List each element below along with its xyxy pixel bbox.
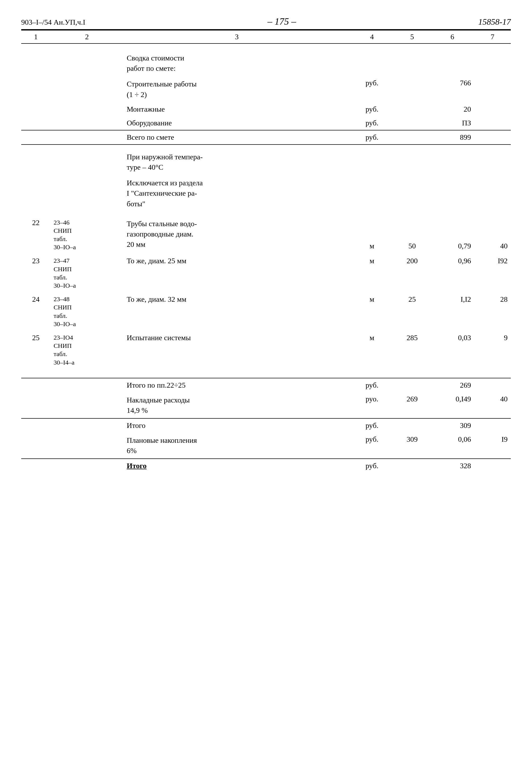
vsego-unit: руб. [350, 131, 394, 144]
row23-unit: м [350, 254, 394, 292]
row23-num: 23 [21, 254, 50, 292]
itogo-pp-unit: руб. [350, 379, 394, 392]
stroitelnye-label: Строительные работы(1 ÷ 2) [123, 76, 350, 102]
row24-qty: 25 [394, 292, 430, 331]
nakladnye-base: 269 [394, 392, 430, 418]
data-row-22: 22 23–46СНИПтабл.30–IO–а Трубы стальные … [21, 216, 511, 254]
itogo-final-row: Итого руб. 328 [21, 459, 511, 473]
data-row-23: 23 23–47СНИПтабл.30–IO–а То же, диам. 25… [21, 254, 511, 292]
row23-desc: То же, диам. 25 мм [123, 254, 350, 292]
header-right: 15858-17 [478, 17, 511, 27]
col-header-6: 6 [430, 30, 474, 44]
row24-ref: 23–48СНИПтабл.30–IO–а [50, 292, 123, 331]
row22-unit: м [350, 216, 394, 254]
pri-naruzhnoy-text: При наружной темпера-туре – 40°С [123, 149, 350, 175]
row25-desc: Испытание системы [123, 331, 350, 369]
col-header-2: 2 [50, 30, 123, 44]
oborudovanie-row: Оборудование руб. ПЗ [21, 116, 511, 130]
oborudovanie-label: Оборудование [123, 116, 350, 130]
nakladnye-label: Накладные расходы14,9 % [123, 392, 350, 418]
row25-qty: 285 [394, 331, 430, 369]
col-header-5: 5 [394, 30, 430, 44]
row22-qty: 50 [394, 216, 430, 254]
stroitelnye-value: 766 [430, 76, 474, 102]
row25-unit: м [350, 331, 394, 369]
itogo2-label: Итого [123, 419, 350, 432]
itogo-final-unit: руб. [350, 459, 394, 473]
montazhnye-label: Монтажные [123, 102, 350, 116]
row22-num: 22 [21, 216, 50, 254]
row24-unit: м [350, 292, 394, 331]
spacer-row-1 [21, 44, 511, 50]
col-header-4: 4 [350, 30, 394, 44]
nakladnye-row: Накладные расходы14,9 % руо. 269 0,I49 4… [21, 392, 511, 418]
row25-total: 9 [474, 331, 511, 369]
planovye-rate: 0,06 [430, 432, 474, 459]
row25-ref: 23–IO4СНИПтабл.30–I4–а [50, 331, 123, 369]
row24-num: 24 [21, 292, 50, 331]
planovye-label: Плановые накопления6% [123, 432, 350, 459]
spacer-bottom [21, 473, 511, 483]
column-header-row: 1 2 3 4 5 6 7 [21, 30, 511, 44]
row23-price: 0,96 [430, 254, 474, 292]
data-row-24: 24 23–48СНИПтабл.30–IO–а То же, диам. 32… [21, 292, 511, 331]
itogo2-unit: руб. [350, 419, 394, 432]
nakladnye-rate: 0,I49 [430, 392, 474, 418]
itogo2-value: 309 [430, 419, 474, 432]
itogo-pp-label: Итого по пп.22÷25 [123, 379, 350, 392]
itogo-final-label: Итого [123, 459, 350, 473]
itogo-final-value: 328 [430, 459, 474, 473]
row24-price: I,I2 [430, 292, 474, 331]
planovye-base: 309 [394, 432, 430, 459]
row23-ref: 23–47СНИПтабл.30–IO–а [50, 254, 123, 292]
main-table: 1 2 3 4 5 6 7 Сводка стоимостиработ по с… [21, 30, 511, 483]
planovye-total: I9 [474, 432, 511, 459]
row22-ref: 23–46СНИПтабл.30–IO–а [50, 216, 123, 254]
itogo2-row: Итого руб. 309 [21, 419, 511, 432]
oborudovanie-value: ПЗ [430, 116, 474, 130]
row22-desc: Трубы стальные водо-газопроводные диам.2… [123, 216, 350, 254]
stroitelnye-unit: руб. [350, 76, 394, 102]
row24-desc: То же, диам. 32 мм [123, 292, 350, 331]
row22-total: 40 [474, 216, 511, 254]
data-row-25: 25 23–IO4СНИПтабл.30–I4–а Испытание сист… [21, 331, 511, 369]
svodka-header-text: Сводка стоимостиработ по смете: [123, 50, 350, 76]
page-header: 903–I–/54 Ан.УП,ч.I – 175 – 15858-17 [21, 16, 511, 27]
itogo-pp-row: Итого по пп.22÷25 руб. 269 [21, 379, 511, 392]
spacer-row-4 [21, 369, 511, 378]
vsego-value: 899 [430, 131, 474, 144]
itogo-pp-value: 269 [430, 379, 474, 392]
row23-qty: 200 [394, 254, 430, 292]
vsego-label: Всего по смете [123, 131, 350, 144]
col-header-1: 1 [21, 30, 50, 44]
spacer-row-2 [21, 145, 511, 149]
vsego-row: Всего по смете руб. 899 [21, 131, 511, 144]
row24-total: 28 [474, 292, 511, 331]
isklyuchaetsya-row: Исключается из разделаI "Сантехнические … [21, 175, 511, 212]
montazhnye-unit: руб. [350, 102, 394, 116]
col-header-3: 3 [123, 30, 350, 44]
oborudovanie-unit: руб. [350, 116, 394, 130]
header-center: – 175 – [268, 16, 296, 27]
pri-naruzhnoy-row: При наружной темпера-туре – 40°С [21, 149, 511, 175]
row23-total: I92 [474, 254, 511, 292]
row25-num: 25 [21, 331, 50, 369]
header-left: 903–I–/54 Ан.УП,ч.I [21, 18, 85, 27]
row22-price: 0,79 [430, 216, 474, 254]
planovye-row: Плановые накопления6% руб. 309 0,06 I9 [21, 432, 511, 459]
planovye-unit: руб. [350, 432, 394, 459]
montazhnye-value: 20 [430, 102, 474, 116]
col-header-7: 7 [474, 30, 511, 44]
montazhnye-row: Монтажные руб. 20 [21, 102, 511, 116]
stroitelnye-row: Строительные работы(1 ÷ 2) руб. 766 [21, 76, 511, 102]
nakladnye-unit: руо. [350, 392, 394, 418]
row25-price: 0,03 [430, 331, 474, 369]
isklyuchaetsya-text: Исключается из разделаI "Сантехнические … [123, 175, 350, 212]
svodka-header-row: Сводка стоимостиработ по смете: [21, 50, 511, 76]
nakladnye-total: 40 [474, 392, 511, 418]
spacer-row-3 [21, 212, 511, 216]
